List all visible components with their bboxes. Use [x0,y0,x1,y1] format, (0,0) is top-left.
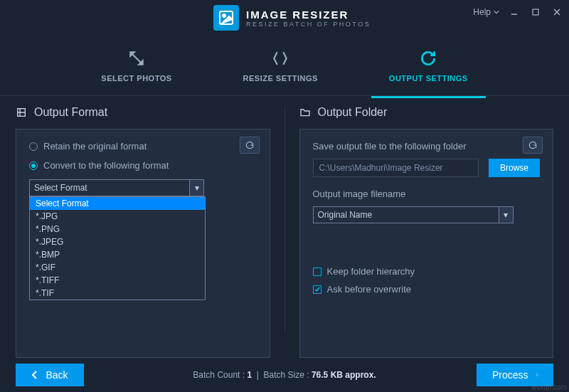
watermark: wsxdn.com [529,383,569,392]
output-format-panel: Output Format Retain the original format… [16,106,270,358]
tab-select-photos[interactable]: SELECT PHOTOS [83,41,189,90]
svg-point-1 [223,14,225,17]
app-logo-icon [213,5,239,31]
chevron-down-icon: ▾ [499,207,513,223]
radio-label: Convert to the following format [43,160,169,171]
reset-format-button[interactable] [240,137,260,154]
help-label: Help [473,7,491,17]
radio-icon [29,142,38,151]
select-value: Select Format [34,183,87,193]
checkbox-keep-hierarchy[interactable]: Keep folder hierarchy [313,266,541,277]
app-title: IMAGE RESIZER [246,9,371,21]
radio-retain-format[interactable]: Retain the original format [29,141,257,152]
format-option[interactable]: Select Format [30,197,205,210]
titlebar: IMAGE RESIZER RESIZE BATCH OF PHOTOS Hel… [0,0,569,36]
tab-label: SELECT PHOTOS [101,74,171,83]
minimize-button[interactable] [508,6,521,18]
tab-label: OUTPUT SETTINGS [389,74,468,83]
tab-label: RESIZE SETTINGS [243,74,318,83]
chevron-left-icon [31,371,38,379]
reset-folder-button[interactable] [523,137,543,154]
tab-output-settings[interactable]: OUTPUT SETTINGS [371,41,486,90]
checkbox-icon [313,285,321,294]
maximize-button[interactable] [529,6,542,18]
output-path-input[interactable]: C:\Users\Madhuri\Image Resizer [313,159,479,177]
format-icon [16,107,27,118]
tab-resize-settings[interactable]: RESIZE SETTINGS [225,41,336,90]
format-option[interactable]: *.PNG [30,223,205,235]
expand-arrows-icon [126,48,147,68]
checkbox-icon [313,267,321,276]
checkbox-label: Ask before overwrite [327,284,412,295]
format-option[interactable]: *.JPG [30,210,205,223]
format-option[interactable]: *.GIF [30,261,205,274]
chevron-down-icon: ▾ [189,180,203,196]
footer-bar: Back Batch Count : 1 | Batch Size : 76.5… [0,358,569,392]
button-label: Process [492,369,528,381]
help-button[interactable]: Help [473,7,499,17]
format-dropdown: Select Format*.JPG*.PNG*.JPEG*.BMP*.GIF*… [29,196,206,300]
filename-label: Output image filename [313,189,541,199]
button-label: Back [46,369,68,381]
back-button[interactable]: Back [16,364,84,386]
tabs-bar: SELECT PHOTOS RESIZE SETTINGS OUTPUT SET… [0,36,569,96]
folder-icon [299,107,311,118]
select-value: Original Name [318,210,373,220]
format-option[interactable]: *.TIFF [30,274,205,287]
checkbox-label: Keep folder hierarchy [327,266,415,277]
filename-select[interactable]: Original Name ▾ [313,206,514,223]
output-folder-panel: Output Folder Save output file to the fo… [299,106,554,358]
radio-icon [29,161,38,170]
app-subtitle: RESIZE BATCH OF PHOTOS [246,21,371,28]
svg-rect-3 [533,9,538,15]
panel-title: Output Format [34,106,107,119]
save-folder-label: Save output file to the following folder [313,141,541,152]
refresh-icon [418,48,439,68]
format-option[interactable]: *.BMP [30,248,205,261]
chevron-down-icon [494,9,499,15]
radio-label: Retain the original format [43,141,147,152]
chevron-right-icon [536,371,538,379]
vertical-divider [284,106,285,334]
format-option[interactable]: *.JPEG [30,235,205,248]
panel-title: Output Folder [318,106,388,119]
format-option[interactable]: *.TIF [30,287,205,300]
checkbox-ask-overwrite[interactable]: Ask before overwrite [313,284,541,295]
batch-status: Batch Count : 1 | Batch Size : 76.5 KB a… [193,370,376,380]
resize-arrows-icon [270,48,291,68]
format-select[interactable]: Select Format ▾ Select Format*.JPG*.PNG*… [29,179,204,196]
close-button[interactable] [551,6,563,18]
radio-convert-format[interactable]: Convert to the following format [29,160,257,171]
browse-button[interactable]: Browse [489,159,540,177]
